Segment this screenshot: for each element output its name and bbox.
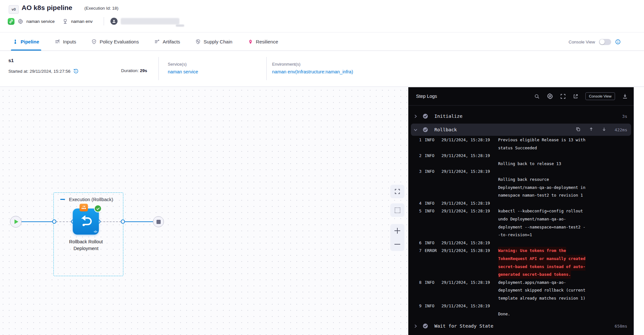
connector-dot: [121, 219, 125, 224]
service-name[interactable]: naman service: [26, 19, 55, 24]
log-line: TokenRequest API or manually created: [417, 255, 629, 263]
execution-tab-bar: Pipeline Inputs Policy Evaluations Artif…: [0, 33, 644, 51]
resilience-icon: [248, 39, 253, 44]
step-duration: 422ms: [615, 127, 627, 132]
step-row-wait-for-steady-state[interactable]: Wait for Steady State 658ms: [411, 320, 631, 332]
console-view-toggle[interactable]: [599, 39, 611, 45]
zoom-controls: [390, 224, 404, 251]
zoom-in-button[interactable]: [394, 228, 401, 234]
step-name: Wait for Steady State: [434, 323, 493, 329]
stage-name[interactable]: s1: [8, 58, 14, 63]
log-settings-gear-icon[interactable]: [547, 93, 553, 99]
pipeline-end-node[interactable]: [153, 216, 164, 227]
tab-pipeline[interactable]: Pipeline: [13, 33, 39, 51]
tab-label: Pipeline: [21, 39, 39, 44]
code-glyph: </>: [94, 230, 97, 233]
tab-label: Artifacts: [163, 39, 180, 44]
marquee-icon: [395, 208, 400, 213]
log-line: 7ERROR29/11/2024, 15:28:19Warning: Use t…: [417, 247, 629, 255]
log-line: Rolling back resource: [417, 176, 629, 184]
started-at-text: Started at: 29/11/2024, 15:27:56: [8, 69, 71, 74]
log-line: namespace naman-test2 to revision 1: [417, 191, 629, 200]
log-output[interactable]: 1INFO29/11/2024, 15:28:19Previous eligib…: [417, 136, 629, 318]
service-gear-icon: [18, 19, 23, 24]
log-line: 8INFO29/11/2024, 15:28:19deployment.apps…: [417, 279, 629, 287]
rollback-undo-icon: [79, 214, 93, 229]
log-line: undo Deployment/naman-qa-ao-: [417, 215, 629, 223]
step-check-icon: [422, 127, 428, 133]
chevron-right-icon[interactable]: [413, 324, 419, 328]
service-link[interactable]: naman service: [168, 69, 198, 74]
chevron-right-icon[interactable]: [413, 114, 419, 118]
step-duration: 658ms: [615, 324, 627, 329]
artifacts-icon: [154, 39, 160, 44]
stagebar-divider-2: [266, 57, 267, 80]
step-row-rollback[interactable]: Rollback 422ms: [411, 124, 631, 136]
tab-artifacts[interactable]: Artifacts: [154, 33, 180, 51]
pipeline-canvas[interactable]: Execution (Rollback) </> Rollback Rollou…: [0, 87, 408, 335]
log-line: 5INFO29/11/2024, 15:28:19kubectl --kubec…: [417, 207, 629, 215]
zoom-out-button[interactable]: [394, 241, 401, 247]
step-duration: 3s: [622, 114, 627, 119]
page-scroll-gutter[interactable]: [634, 87, 644, 335]
supply-chain-shield-icon: [195, 39, 201, 44]
log-line: 4INFO29/11/2024, 15:28:19: [417, 200, 629, 208]
tab-policy-evaluations[interactable]: Policy Evaluations: [91, 33, 139, 51]
rollback-step-node[interactable]: </>: [73, 209, 99, 235]
step-row-initialize[interactable]: Initialize 3s: [411, 110, 631, 122]
console-view-label: Console View: [569, 40, 595, 44]
step-logs-header: Step Logs Console View: [408, 87, 634, 106]
tab-label: Policy Evaluations: [99, 39, 139, 44]
chevron-down-icon[interactable]: [413, 128, 419, 132]
log-line: -to-revision=1: [417, 231, 629, 239]
step-logs-title: Step Logs: [416, 94, 437, 99]
log-line: 6INFO29/11/2024, 15:28:19: [417, 239, 629, 247]
environment-link[interactable]: naman env(Infrastructure:naman_infra): [272, 69, 353, 74]
duration: Duration: 29s: [121, 68, 147, 73]
log-line: status Succeeded: [417, 144, 629, 152]
history-icon[interactable]: [73, 68, 79, 74]
log-line: secret-based tokens instead of auto-: [417, 263, 629, 271]
environment-name[interactable]: naman env: [71, 19, 93, 24]
open-in-new-icon[interactable]: [573, 94, 578, 99]
tab-label: Resilience: [256, 39, 278, 44]
step-node-label[interactable]: Rollback Rollout Deployment: [60, 238, 112, 252]
console-view-toggle-group: Console View: [569, 33, 621, 51]
edge-start: [22, 221, 54, 222]
stage-summary-bar: s1 Started at: 29/11/2024, 15:27:56 Dura…: [0, 51, 644, 87]
scroll-to-bottom-icon[interactable]: [602, 127, 606, 133]
log-line: template already matches revision 1): [417, 294, 629, 302]
tab-inputs[interactable]: Inputs: [55, 33, 76, 51]
info-icon[interactable]: [615, 39, 621, 45]
tab-resilience[interactable]: Resilience: [248, 33, 278, 51]
log-line: deployment skipped rollback (current: [417, 286, 629, 294]
download-logs-icon[interactable]: [622, 93, 628, 99]
fullscreen-icon: [394, 189, 400, 194]
tab-supply-chain[interactable]: Supply Chain: [195, 33, 232, 51]
log-line: 9INFO29/11/2024, 15:28:19: [417, 302, 629, 310]
copy-logs-icon[interactable]: [576, 127, 581, 133]
step-name: Rollback: [434, 127, 457, 132]
log-fullscreen-icon[interactable]: [560, 94, 566, 99]
collapse-minus-icon[interactable]: [60, 199, 65, 200]
page-header: v0 AO k8s pipeline (Execution Id: 18) na…: [0, 0, 644, 33]
play-icon: [14, 219, 18, 224]
console-view-button[interactable]: Console View: [585, 92, 615, 100]
scroll-to-top-icon[interactable]: [589, 127, 593, 133]
marquee-select-button[interactable]: [390, 203, 404, 217]
inputs-icon: [55, 39, 60, 44]
pipeline-start-node[interactable]: [10, 216, 22, 228]
log-line: generated secret-based tokens.: [417, 271, 629, 279]
log-line: deployment --namespace=naman-test2 -: [417, 223, 629, 231]
fit-to-screen-button[interactable]: [390, 185, 404, 198]
execution-id: (Execution Id: 18): [84, 6, 118, 11]
pipeline-icon: [13, 39, 18, 44]
log-search-icon[interactable]: [534, 94, 540, 99]
log-line: Deployment/naman-qa-ao-deployment in: [417, 184, 629, 192]
user-avatar-icon: [110, 18, 118, 25]
gitops-link-icon: [8, 18, 14, 25]
redacted-user-email: [121, 18, 179, 24]
environment-icon: [62, 19, 68, 24]
environments-label: Environment(s): [272, 62, 353, 67]
stage-box-label[interactable]: Execution (Rollback): [69, 197, 113, 202]
